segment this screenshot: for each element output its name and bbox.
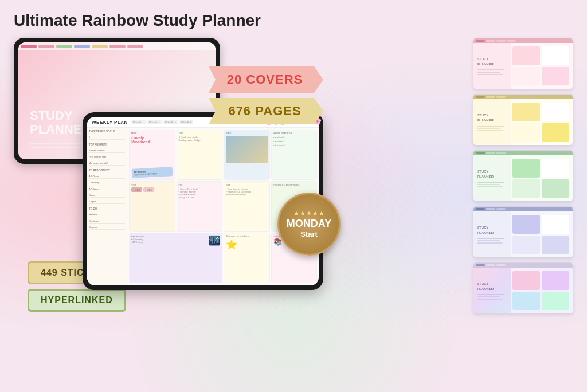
thumb-block-1c xyxy=(512,67,540,86)
tablet-back-tabs xyxy=(18,42,216,50)
thumb-block-3d xyxy=(542,179,569,198)
thumb-body-3: STUDY PLANNER xyxy=(473,155,573,201)
cell-sat-2: SAT • Take Care of nieces! People for ou… xyxy=(224,181,270,232)
thumb-top-bar-5 xyxy=(473,263,573,268)
thumb-top-bar-3 xyxy=(473,151,573,155)
right-section: STUDY PLANNER xyxy=(473,38,573,314)
thumb-lines-4 xyxy=(477,238,507,244)
cell-bottom-3: Prepare our midterm ⭐ xyxy=(224,233,270,283)
cell-thu-2: THU TEST TEST xyxy=(129,181,175,232)
sidebar-read-1: AP Chem xyxy=(89,174,125,179)
thumb-title-5a: STUDY xyxy=(477,282,507,285)
sidebar-todo-2: Do sit-ups xyxy=(89,219,125,224)
thumb-tab-5b xyxy=(486,264,495,266)
left-section: STUDY PLANNER WEEKLY PLAN xyxy=(14,38,464,324)
cell-lovely-weather: LovelyWeather☀ xyxy=(131,136,173,144)
tab-sat xyxy=(109,45,126,48)
thumb-right-2 xyxy=(511,99,573,145)
thumb-block-2a xyxy=(512,103,540,121)
sidebar-priority-3: Memorize formula! xyxy=(89,161,125,166)
thumb-tab-1a xyxy=(476,40,485,42)
thumb-top-bar-4 xyxy=(473,207,573,211)
thumb-title-1a: STUDY xyxy=(477,57,507,61)
week-tab-3: WEEK 3 xyxy=(163,120,178,124)
monday-text: MONDAY xyxy=(287,218,331,229)
week-tab-2: WEEK 2 xyxy=(147,120,162,124)
thumb-line-4a xyxy=(477,238,504,239)
thumb-pink[interactable]: STUDY PLANNER xyxy=(473,38,573,89)
thumb-line-3c xyxy=(477,186,503,187)
thumb-block-2b xyxy=(542,103,569,121)
thumb-block-1b xyxy=(542,46,569,65)
star-sticker: ⭐ xyxy=(226,239,268,250)
habit-items: • workout □ • Meditate □ • Routine □ xyxy=(273,136,315,147)
badge-pages: 676 PAGES xyxy=(209,98,323,124)
tab-fri xyxy=(92,45,108,48)
test-sticker: TEST xyxy=(131,187,142,192)
sidebar-read-2: Chemistry xyxy=(89,181,125,185)
thumb-line-1c xyxy=(477,74,503,75)
thumb-tab-1b xyxy=(486,40,495,42)
cell-wed-1: WED xyxy=(224,130,270,180)
sidebar-priority-2: Find note on test xyxy=(89,155,125,159)
thumb-lines-5 xyxy=(477,294,507,300)
thumb-block-4b xyxy=(542,215,569,234)
thumb-tab-3a xyxy=(476,152,485,154)
thumb-multi[interactable]: STUDY PLANNER xyxy=(473,262,573,314)
thumb-title-2b: PLANNER xyxy=(477,119,507,122)
thumb-block-2d xyxy=(542,123,569,142)
thumb-purple[interactable]: STUDY PLANNER xyxy=(473,206,573,258)
badge-covers: 20 COVERS xyxy=(209,66,323,93)
thumb-body-1: STUDY PLANNER xyxy=(473,43,573,89)
tab-mon xyxy=(21,45,37,48)
pages-ribbon: 676 PAGES xyxy=(209,98,323,124)
sidebar-read-4: Dance xyxy=(89,193,125,198)
weekly-sidebar: THIS WEEK'S FOCUS 6 TOP PRIORITY Review … xyxy=(87,128,127,285)
monday-start: Start xyxy=(300,230,318,238)
thumb-label-2: STUDY PLANNER xyxy=(473,99,511,145)
tab-wed xyxy=(56,45,72,48)
thumb-title-4b: PLANNER xyxy=(477,231,507,234)
thumb-tab-3c xyxy=(496,152,506,154)
thumb-line-5a xyxy=(477,294,504,295)
thumb-top-bar-2 xyxy=(473,95,573,99)
sidebar-item-1: 6 xyxy=(89,135,125,140)
thumb-lines-2 xyxy=(477,126,507,131)
thumb-label-1: STUDY PLANNER xyxy=(473,43,511,89)
cell-prepare: Prepare our midterm xyxy=(226,235,268,238)
thumb-title-3a: STUDY xyxy=(477,170,507,173)
thumb-block-1d xyxy=(542,67,569,86)
sidebar-section-read: TO READ/STUDY xyxy=(89,169,125,172)
cell-tue-1: TUE A Quick note on theSunday Issue: Bri… xyxy=(177,130,223,180)
thumb-block-3c xyxy=(512,179,540,198)
thumb-green[interactable]: STUDY PLANNER xyxy=(473,150,573,202)
thumb-right-1 xyxy=(511,43,573,89)
thumb-title-1b: PLANNER xyxy=(477,62,507,66)
thumb-tab-4b xyxy=(486,208,495,210)
thumb-label-4: STUDY PLANNER xyxy=(473,211,511,257)
thumb-yellow[interactable]: STUDY PLANNER xyxy=(473,94,573,146)
thumb-tab-4a xyxy=(476,208,485,210)
thumb-block-5b xyxy=(542,271,569,290)
thumb-top-bar-1 xyxy=(473,38,573,43)
city-sticker: 🌃 xyxy=(209,235,220,246)
photo-placeholder xyxy=(226,136,268,163)
tab-thu xyxy=(74,45,90,48)
thumb-line-5b xyxy=(477,296,500,297)
tab-sun xyxy=(127,45,143,48)
thumb-title-2a: STUDY xyxy=(477,113,507,117)
thumb-line-2a xyxy=(477,126,504,127)
thumb-screen-2: STUDY PLANNER xyxy=(473,95,573,145)
thumb-tab-5a xyxy=(476,264,485,266)
thumb-tab-2c xyxy=(496,96,506,98)
cell-bottom-left: • AP Blooms• Chemistry• AP History 🌃 xyxy=(129,233,222,283)
thumb-block-3b xyxy=(542,159,569,178)
thumb-right-5 xyxy=(511,268,573,313)
thumb-tab-3b xyxy=(486,152,495,154)
sidebar-section-focus: THIS WEEK'S FOCUS xyxy=(89,130,125,133)
thumb-tab-1c xyxy=(496,40,506,42)
thumb-line-2b xyxy=(477,128,500,129)
thumb-line-2c xyxy=(477,130,503,131)
thumb-tab-4c xyxy=(496,208,506,210)
thumb-block-5c xyxy=(512,292,540,311)
